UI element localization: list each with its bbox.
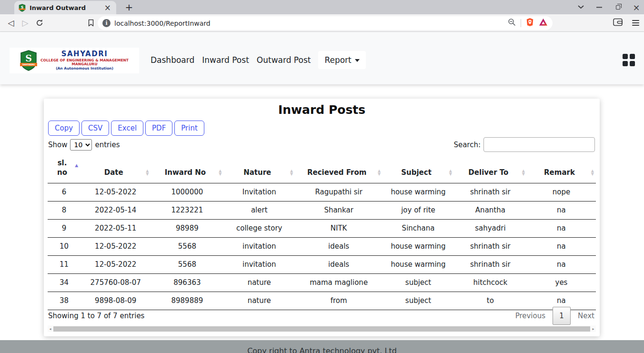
browser-tab[interactable]: S Inward Outward × <box>14 1 116 14</box>
zoom-out-icon[interactable] <box>508 18 516 28</box>
brand-logo[interactable]: S SAHYADRI SAHYADRI COLLEGE OF ENGINEERI… <box>10 48 139 73</box>
sort-icons: ▲▼ <box>522 169 525 176</box>
svg-text:S: S <box>21 5 24 9</box>
nav-link-outward-post[interactable]: Outward Post <box>257 55 311 65</box>
table-cell: 5568 <box>151 237 223 255</box>
column-label: Subject <box>401 168 432 177</box>
sort-icons: ▲▼ <box>591 169 594 176</box>
table-cell: from <box>295 292 382 310</box>
tab-close-icon[interactable]: × <box>103 4 112 12</box>
column-header-date[interactable]: Date▲▼ <box>80 155 151 183</box>
divider <box>521 19 521 27</box>
table-cell: 12-05-2022 <box>80 237 151 255</box>
bat-rewards-icon[interactable] <box>539 18 548 28</box>
address-bar[interactable]: i localhost:3000/ReportInward <box>98 16 553 30</box>
next-page-button[interactable]: Next <box>578 312 594 320</box>
table-cell: 12-05-2022 <box>80 255 151 273</box>
pagination: Previous 1 Next <box>515 307 594 325</box>
table-cell: invitation <box>223 255 295 273</box>
sort-icons: ▲▼ <box>146 169 149 176</box>
svg-text:S: S <box>25 53 32 63</box>
table-cell: na <box>527 201 596 219</box>
table-cell: alert <box>223 201 295 219</box>
apps-grid-icon[interactable] <box>623 54 635 66</box>
column-header-remark[interactable]: Remark▲▼ <box>527 155 596 183</box>
table-cell: joy of rite <box>382 201 454 219</box>
table-cell: 6 <box>48 183 80 201</box>
table-cell: 10 <box>48 237 80 255</box>
table-cell: na <box>527 237 596 255</box>
table-cell: invitation <box>223 237 295 255</box>
table-row: 92022-05-1198989college storyNITKSinchan… <box>48 219 596 237</box>
scroll-right-icon[interactable]: ▸ <box>591 327 596 331</box>
column-header-deliver-to[interactable]: Deliver To▲▼ <box>454 155 527 183</box>
table-cell: yes <box>527 273 596 292</box>
window-close-button[interactable]: × <box>633 3 640 11</box>
table-cell: nature <box>223 273 295 292</box>
search-area: Search: <box>453 137 595 152</box>
table-cell: 12-05-2022 <box>80 183 151 201</box>
table-cell: na <box>527 219 596 237</box>
table-cell: Sinchana <box>382 219 454 237</box>
table-cell: nope <box>527 183 596 201</box>
table-container: sl. no▲Date▲▼Inward No▲▼Nature▲▼Recieved… <box>48 155 596 310</box>
window-restore-button[interactable] <box>614 3 622 11</box>
copy-button[interactable]: Copy <box>48 121 80 136</box>
inward-posts-table: sl. no▲Date▲▼Inward No▲▼Nature▲▼Recieved… <box>48 155 596 310</box>
nav-link-dashboard[interactable]: Dashboard <box>151 55 194 65</box>
table-cell: house warming <box>382 183 454 201</box>
scroll-left-icon[interactable]: ◂ <box>48 327 53 331</box>
brave-shield-icon[interactable] <box>526 18 534 29</box>
table-cell: 34 <box>48 273 80 292</box>
print-button[interactable]: Print <box>174 121 204 136</box>
table-cell: 1223221 <box>151 201 223 219</box>
export-buttons: CopyCSVExcelPDFPrint <box>48 121 204 136</box>
scrollbar-thumb[interactable] <box>53 326 590 332</box>
logo-title: SAHYADRI <box>40 50 129 58</box>
tab-list-chevron-icon[interactable] <box>577 3 584 11</box>
sort-icons: ▲▼ <box>449 169 452 176</box>
tab-title: Inward Outward <box>30 4 100 11</box>
entries-select[interactable]: 10 <box>70 139 92 151</box>
search-label: Search: <box>453 141 481 149</box>
current-page-button[interactable]: 1 <box>553 307 571 325</box>
menu-icon[interactable] <box>632 20 639 26</box>
excel-button[interactable]: Excel <box>111 121 143 136</box>
url-text[interactable]: localhost:3000/ReportInward <box>114 20 504 27</box>
previous-page-button[interactable]: Previous <box>515 312 545 320</box>
table-header: sl. no▲Date▲▼Inward No▲▼Nature▲▼Recieved… <box>48 155 596 183</box>
wallet-icon[interactable] <box>613 18 623 28</box>
table-cell: Shankar <box>295 201 382 219</box>
report-dropdown-button[interactable]: Report <box>318 51 365 69</box>
bookmark-icon[interactable] <box>84 16 98 30</box>
favicon-shield-icon: S <box>19 4 26 12</box>
horizontal-scrollbar[interactable]: ◂ ▸ <box>48 325 596 332</box>
column-header-nature[interactable]: Nature▲▼ <box>223 155 295 183</box>
site-info-icon[interactable]: i <box>102 19 111 27</box>
column-header-subject[interactable]: Subject▲▼ <box>382 155 454 183</box>
table-cell: na <box>527 255 596 273</box>
sort-icons: ▲▼ <box>219 169 221 176</box>
sort-icons: ▲▼ <box>378 169 381 176</box>
page-title: Inward Posts <box>44 103 600 117</box>
pdf-button[interactable]: PDF <box>145 121 172 136</box>
svg-text:SAHYADRI: SAHYADRI <box>22 63 35 66</box>
table-cell: shrinath sir <box>454 255 527 273</box>
back-button[interactable]: ◁ <box>4 16 18 30</box>
column-header-recieved-from[interactable]: Recieved From▲▼ <box>295 155 382 183</box>
logo-institution-line: (An Autonomous Institution) <box>40 67 129 71</box>
csv-button[interactable]: CSV <box>81 121 109 136</box>
nav-link-inward-post[interactable]: Inward Post <box>202 55 249 65</box>
new-tab-button[interactable]: + <box>122 0 136 14</box>
search-input[interactable] <box>483 137 595 152</box>
column-label: sl. no <box>57 159 67 177</box>
entries-label: entries <box>95 141 120 149</box>
column-label: Nature <box>243 168 271 177</box>
table-cell: Invitation <box>223 183 295 201</box>
column-label: Date <box>104 168 123 177</box>
column-header-sl-no[interactable]: sl. no▲ <box>48 155 80 183</box>
column-header-inward-no[interactable]: Inward No▲▼ <box>151 155 223 183</box>
reload-button[interactable] <box>32 16 47 30</box>
browser-toolbar: ◁ ▷ i localhost:3000/ReportInward <box>0 14 644 32</box>
window-minimize-button[interactable] <box>595 3 603 11</box>
